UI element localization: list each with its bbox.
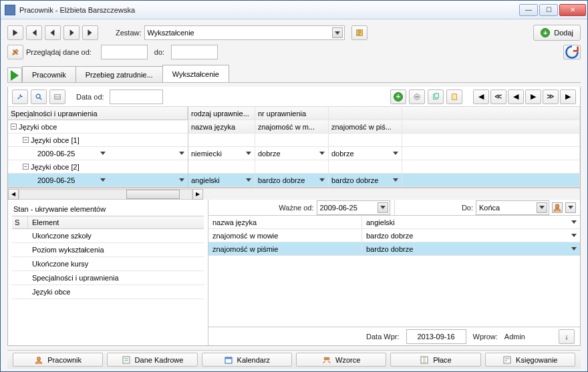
btab-kalendarz[interactable]: Kalendarz: [202, 353, 292, 367]
svg-point-7: [555, 204, 559, 208]
tab-wyksztalcenie[interactable]: Wykształcenie: [162, 65, 229, 82]
close-button[interactable]: ✕: [559, 4, 586, 16]
grid-next-button[interactable]: ▶: [560, 89, 576, 104]
grid-step-next-button[interactable]: ▶: [525, 89, 541, 104]
grid-fast-prev-button[interactable]: ≪: [490, 89, 506, 104]
detail-row-nazwa[interactable]: nazwa języka angielski: [208, 216, 580, 229]
grid-row-2[interactable]: angielski bardzo dobrze bardzo dobrze: [188, 174, 580, 187]
chevron-down-icon[interactable]: [177, 176, 186, 185]
run-tab-button[interactable]: [7, 67, 22, 82]
minimize-button[interactable]: —: [519, 4, 538, 16]
chevron-down-icon[interactable]: [244, 149, 253, 158]
browse-from-label: Przeglądaj dane od:: [26, 48, 92, 56]
nav-prev-button[interactable]: [45, 25, 61, 40]
elem-item-kursy[interactable]: Ukończone kursy: [12, 257, 204, 271]
nav-next-button[interactable]: [63, 25, 80, 40]
plus-icon: +: [394, 92, 403, 102]
detail-row-mowa[interactable]: znajomość w mowie bardzo dobrze: [208, 229, 580, 242]
do-label: do:: [154, 48, 164, 56]
list-button[interactable]: [49, 89, 65, 104]
zestaw-combo[interactable]: Wykształcenie: [144, 25, 345, 40]
col-mowa[interactable]: znajomość w m...: [255, 120, 329, 134]
btab-ksiegowanie[interactable]: Księgowanie: [485, 353, 575, 367]
maximize-button[interactable]: ☐: [539, 4, 558, 16]
nav-play-button[interactable]: [7, 25, 23, 40]
chevron-down-icon[interactable]: [569, 244, 579, 254]
tree-header: Specjalności i uprawnienia: [8, 107, 188, 120]
chevron-down-icon[interactable]: [244, 176, 253, 185]
expander-icon[interactable]: −: [23, 137, 29, 143]
tree-node-j2[interactable]: −Języki obce [2]: [8, 160, 188, 174]
expander-icon[interactable]: −: [23, 164, 29, 170]
paste-button[interactable]: [446, 89, 462, 104]
date-from-input[interactable]: [101, 45, 148, 59]
wprow-value: Admin: [504, 333, 525, 341]
tab-pracownik[interactable]: Pracownik: [22, 66, 76, 82]
col-nr[interactable]: nr uprawnienia: [255, 107, 329, 120]
data-od-label: Data od:: [76, 93, 104, 101]
tools-button[interactable]: [12, 89, 28, 104]
add-button[interactable]: + Dodaj: [533, 25, 581, 41]
grid-fast-next-button[interactable]: ≫: [543, 89, 559, 104]
nav-first-button[interactable]: [26, 25, 42, 40]
data-wpr-label: Data Wpr:: [366, 333, 400, 341]
grid-row-1[interactable]: niemiecki dobrze dobrze: [188, 147, 580, 160]
btab-place[interactable]: Płace: [390, 353, 480, 367]
search-button[interactable]: [31, 89, 47, 104]
down-button[interactable]: ↓: [559, 329, 575, 344]
tree-date-2[interactable]: 2009-06-25: [8, 174, 188, 187]
edit-toggle-button[interactable]: [7, 45, 23, 59]
date-to-input[interactable]: [171, 45, 218, 59]
chevron-down-icon[interactable]: [569, 218, 579, 227]
chevron-down-icon[interactable]: [177, 149, 186, 158]
chevron-down-icon[interactable]: [569, 231, 579, 240]
chevron-down-icon[interactable]: [317, 176, 327, 185]
scroll-thumb[interactable]: [126, 190, 180, 199]
data-od-input[interactable]: [110, 89, 163, 104]
col-nazwa[interactable]: nazwa języka: [188, 120, 255, 134]
btab-dane-kadrowe[interactable]: Dane Kadrowe: [107, 353, 197, 367]
refresh-button[interactable]: [563, 45, 581, 59]
btab-pracownik[interactable]: Pracownik: [13, 353, 103, 367]
copy-button[interactable]: [428, 89, 444, 104]
svg-rect-11: [225, 357, 232, 359]
col-pismo[interactable]: znajomość w piś...: [329, 120, 402, 134]
stan-title: Stan - ukrywanie elementów: [12, 202, 204, 216]
grid-prev-button[interactable]: ◀: [473, 89, 489, 104]
svg-rect-15: [504, 357, 510, 363]
col-rodzaj[interactable]: rodzaj uprawnie...: [188, 107, 255, 120]
col-element[interactable]: Element: [28, 216, 204, 228]
chevron-down-icon[interactable]: [317, 149, 327, 158]
elem-item-poziom[interactable]: Poziom wykształcenia: [12, 243, 204, 257]
elem-item-specjalnosci[interactable]: Specjalności i uprawnienia: [12, 271, 204, 285]
elem-item-szkoly[interactable]: Ukończone szkoły: [12, 229, 204, 243]
elem-item-jezyki[interactable]: Języki obce: [12, 285, 204, 299]
dropdown-button[interactable]: [565, 202, 576, 213]
expander-icon[interactable]: −: [11, 124, 17, 130]
tree-node-j1[interactable]: −Języki obce [1]: [8, 134, 188, 147]
detail-row-pismo[interactable]: znajomość w piśmie bardzo dobrze: [208, 242, 580, 256]
grid-step-prev-button[interactable]: ◀: [508, 89, 524, 104]
btab-wzorce[interactable]: Wzorce: [296, 353, 386, 367]
scroll-left-button[interactable]: ◀: [8, 189, 19, 200]
do-combo[interactable]: Końca: [476, 200, 549, 215]
nav-last-button[interactable]: [82, 25, 98, 40]
tab-przebieg[interactable]: Przebieg zatrudnie...: [76, 66, 163, 82]
tree-node-jezyki[interactable]: −Języki obce: [8, 120, 188, 134]
data-wpr-input[interactable]: [406, 329, 466, 344]
chevron-down-icon[interactable]: [98, 149, 108, 158]
remove-row-button[interactable]: [409, 89, 425, 104]
add-row-button[interactable]: +: [390, 89, 406, 104]
horizontal-scrollbar[interactable]: ◀ ▶: [8, 188, 580, 200]
chevron-down-icon: [378, 202, 388, 213]
chevron-down-icon[interactable]: [391, 149, 400, 158]
zestaw-action-button[interactable]: [351, 25, 368, 40]
chevron-down-icon[interactable]: [98, 176, 108, 185]
person-picker-button[interactable]: [552, 202, 563, 213]
chevron-down-icon: [332, 27, 343, 38]
scroll-right-button[interactable]: ▶: [192, 189, 203, 200]
chevron-down-icon[interactable]: [391, 176, 400, 185]
tree-date-1[interactable]: 2009-06-25: [8, 147, 188, 160]
col-s[interactable]: S: [12, 216, 28, 228]
wazne-od-combo[interactable]: 2009-06-25: [317, 200, 390, 215]
